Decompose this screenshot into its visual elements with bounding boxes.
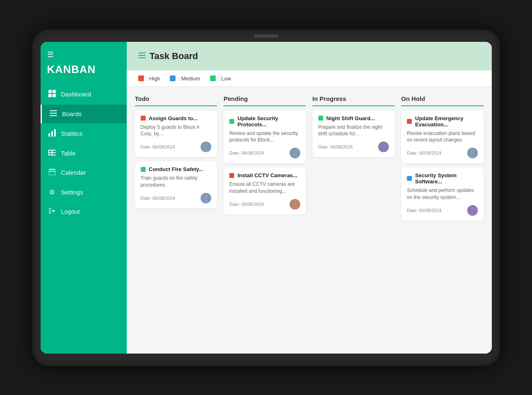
svg-point-34 [469, 154, 476, 158]
card-title: Conduct Fire Safety... [149, 166, 203, 172]
tablet-frame: ☰ KANBAN Dashboard [32, 30, 500, 366]
card-c5[interactable]: Night Shift Guard... Prepare and finaliz… [313, 110, 395, 158]
dashboard-icon [48, 90, 56, 99]
sidebar: ☰ KANBAN Dashboard [41, 42, 127, 354]
settings-label: Settings [61, 189, 83, 196]
card-title-row: Update Emergency Evacuation... [407, 115, 478, 128]
card-c2[interactable]: Conduct Fire Safety... Train guards on f… [135, 161, 217, 208]
low-dot [210, 75, 216, 81]
avatar [290, 199, 300, 210]
brand-title: KANBAN [41, 63, 127, 84]
svg-point-31 [381, 144, 386, 148]
main-header: Task Board [127, 42, 492, 71]
logout-icon [48, 208, 56, 216]
sidebar-item-dashboard[interactable]: Dashboard [41, 84, 127, 105]
sidebar-item-calendar[interactable]: Calendar [41, 163, 127, 183]
svg-point-27 [293, 150, 297, 154]
svg-rect-22 [138, 57, 146, 58]
svg-rect-21 [138, 55, 146, 56]
card-c7[interactable]: Security System Software... Schedule and… [401, 167, 484, 221]
avatar [201, 142, 211, 152]
card-title-row: Security System Software... [407, 172, 478, 185]
card-date: Date: 06/08/2024 [229, 151, 264, 155]
high-dot [138, 75, 144, 81]
svg-point-32 [380, 148, 387, 152]
table-icon [48, 150, 56, 157]
medium-dot [170, 75, 176, 81]
card-title: Security System Software... [415, 172, 478, 185]
table-label: Table [61, 150, 76, 157]
sidebar-item-logout[interactable]: Logout [41, 202, 127, 221]
sidebar-nav: Dashboard Boards [41, 84, 127, 221]
card-title: Night Shift Guard... [327, 115, 375, 121]
sidebar-item-settings[interactable]: ⚙ Settings [41, 183, 127, 202]
card-date: Date: 06/08/2024 [407, 208, 441, 213]
card-description: Train guards on fire safety procedures. [141, 175, 212, 189]
low-label: : Low [218, 75, 231, 82]
svg-rect-8 [51, 131, 53, 137]
card-c4[interactable]: Install CCTV Cameras... Ensure all CCTV … [224, 167, 306, 215]
svg-point-30 [292, 205, 298, 210]
svg-rect-7 [48, 133, 50, 137]
svg-rect-14 [52, 150, 53, 155]
column-header-pending: Pending [224, 95, 306, 106]
boards-icon [49, 110, 57, 118]
medium-label: : Medium [178, 75, 200, 82]
settings-icon: ⚙ [48, 188, 56, 196]
svg-rect-0 [48, 90, 52, 93]
card-c1[interactable]: Assign Guards to... Deploy 5 guards to B… [135, 110, 217, 158]
svg-point-23 [204, 144, 208, 148]
svg-rect-18 [49, 171, 55, 172]
card-description: Deploy 5 guards to Block A Corp. by... [141, 124, 212, 138]
avatar [467, 148, 478, 158]
svg-rect-6 [50, 115, 57, 116]
card-description: Prepare and finalize the night shift sch… [318, 124, 389, 138]
avatar [201, 193, 211, 203]
svg-rect-15 [49, 169, 55, 175]
card-title: Install CCTV Cameras... [237, 172, 297, 178]
column-header-inprogress: In Progress [313, 95, 395, 106]
card-c3[interactable]: Update Security Protocols... Review and … [224, 110, 306, 164]
column-pending: Pending Update Security Protocols... Rev… [224, 95, 306, 345]
header-board-icon [138, 52, 146, 60]
card-date: Date: 06/08/2024 [141, 144, 175, 149]
card-footer: Date: 06/08/2024 [407, 205, 478, 216]
card-description: Review and update the security protocols… [229, 130, 300, 144]
sidebar-item-boards[interactable]: Boards [41, 105, 127, 123]
boards-label: Boards [62, 110, 82, 117]
statistics-label: Statitics [61, 130, 83, 137]
tablet-screen: ☰ KANBAN Dashboard [41, 42, 492, 354]
card-title-row: Update Security Protocols... [229, 115, 300, 128]
svg-point-25 [204, 195, 208, 199]
sidebar-item-table[interactable]: Table [41, 144, 127, 163]
column-onhold: On Hold Update Emergency Evacuation... R… [401, 95, 484, 345]
svg-point-26 [203, 199, 209, 203]
card-date: Date: 06/08/2024 [318, 144, 353, 149]
card-title-row: Night Shift Guard... [318, 115, 389, 121]
legend-high: : High [138, 75, 160, 82]
sidebar-item-statistics[interactable]: Statitics [41, 123, 127, 144]
card-date: Date: 06/08/2024 [229, 202, 264, 207]
legend-medium: : Medium [170, 75, 200, 82]
svg-rect-13 [48, 150, 49, 155]
card-footer: Date: 06/08/2024 [229, 199, 300, 210]
svg-rect-20 [138, 53, 146, 53]
svg-point-29 [293, 201, 297, 205]
column-inprogress: In Progress Night Shift Guard... Prepare… [313, 95, 395, 345]
card-date: Date: 06/08/2024 [407, 151, 441, 155]
statistics-icon [48, 129, 56, 138]
card-footer: Date: 06/08/2024 [141, 142, 212, 152]
svg-point-33 [470, 150, 475, 154]
card-c6[interactable]: Update Emergency Evacuation... Revise ev… [401, 110, 484, 164]
menu-icon[interactable]: ☰ [47, 50, 54, 59]
column-header-onhold: On Hold [401, 95, 484, 106]
svg-point-24 [203, 148, 209, 152]
priority-indicator [407, 176, 412, 181]
high-label: : High [146, 75, 160, 82]
calendar-icon [48, 169, 56, 177]
svg-rect-2 [48, 94, 52, 97]
svg-rect-9 [54, 129, 56, 137]
avatar [290, 148, 300, 158]
priority-indicator [141, 167, 146, 172]
card-description: Ensure all CCTV cameras are installed an… [229, 181, 300, 195]
